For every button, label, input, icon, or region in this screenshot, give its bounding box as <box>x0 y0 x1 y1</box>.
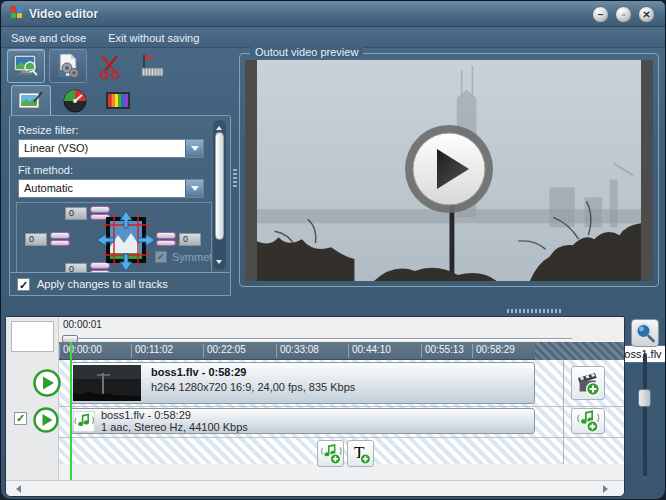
chevron-down-icon[interactable] <box>185 140 203 157</box>
symmetric-label: Symmetric <box>172 251 212 263</box>
ruler-tick: 00:22:05 <box>203 344 246 358</box>
preview-group-title: Outout video preview <box>250 46 363 58</box>
scissors-icon <box>96 52 124 80</box>
add-audio-row-icon <box>320 443 342 465</box>
close-button[interactable]: ✕ <box>638 6 655 23</box>
add-audio-track-icon <box>576 409 600 433</box>
chapter-flag-icon <box>137 52 167 80</box>
vertical-splitter[interactable] <box>233 169 237 189</box>
video-editor-window: Video editor – ▫ ✕ Save and close Exit w… <box>0 0 666 500</box>
track-header-column <box>6 317 59 480</box>
timeline-panel: 00:00:01 00:00:00 00:11:02 00:22:05 00:3… <box>5 316 625 497</box>
crop-controls: 0 0 0 0 <box>16 202 212 272</box>
encode-file-gears-icon <box>54 52 82 80</box>
tab-image-edit[interactable] <box>11 85 51 116</box>
tab-colors[interactable] <box>99 85 139 116</box>
gauge-icon <box>62 88 88 114</box>
scroll-up-icon[interactable] <box>216 123 222 130</box>
video-thumbnail <box>73 365 141 401</box>
tab-speed[interactable] <box>55 85 95 116</box>
symmetric-checkbox[interactable]: ✓ <box>155 251 167 263</box>
timeline-zoom-slider-thumb[interactable] <box>638 389 651 407</box>
app-icon <box>9 5 23 23</box>
apply-all-tracks-option[interactable]: ✓ Apply changes to all tracks <box>9 272 231 296</box>
tracks-area: boss1.flv - 0:58:29 h264 1280x720 16:9, … <box>59 360 625 480</box>
chapters-button[interactable] <box>133 49 171 83</box>
symmetric-option[interactable]: ✓ Symmetric <box>155 251 212 263</box>
play-button-overlay[interactable] <box>403 123 495 219</box>
audio-track-enabled-checkbox[interactable]: ✓ <box>14 412 27 425</box>
add-video-clip-button[interactable] <box>571 366 605 400</box>
audio-track-title: boss1.flv - 0:58:29 <box>101 409 191 421</box>
crop-right-input[interactable]: 0 <box>179 233 201 246</box>
video-track-bar[interactable]: boss1.flv - 0:58:29 h264 1280x720 16:9, … <box>70 362 535 404</box>
scroll-down-icon[interactable] <box>216 260 222 267</box>
color-bars-icon <box>105 90 133 112</box>
timeline-horizontal-scrollbar[interactable] <box>6 480 625 496</box>
menu-exit-without-saving[interactable]: Exit without saving <box>108 32 199 44</box>
track-header-box <box>11 321 54 352</box>
panel-scrollbar-thumb[interactable] <box>215 132 224 240</box>
video-track-details: h264 1280x720 16:9, 24,00 fps, 835 Kbps <box>151 381 355 393</box>
resize-filter-label: Resize filter: <box>18 124 79 136</box>
fit-method-select[interactable]: Automatic <box>18 179 204 198</box>
menu-save-and-close[interactable]: Save and close <box>11 32 86 44</box>
ruler-out-of-range <box>535 342 625 360</box>
ruler-tick: 00:11:02 <box>131 344 173 358</box>
add-text-row-icon: T <box>350 443 372 465</box>
crop-preview-thumbnail[interactable] <box>95 209 157 272</box>
fit-method-label: Fit method: <box>18 164 73 176</box>
scroll-left-icon[interactable] <box>12 485 21 493</box>
add-audio-row-button[interactable] <box>317 440 344 467</box>
edit-panel: Resize filter: Linear (VSO) Fit method: … <box>9 85 231 297</box>
scroll-right-icon[interactable] <box>603 485 612 493</box>
minimize-button[interactable]: – <box>592 6 609 23</box>
add-text-row-button[interactable]: T <box>347 440 374 467</box>
audio-track-details: 1 aac, Stereo Hz, 44100 Kbps <box>101 421 248 433</box>
playhead-line[interactable] <box>70 342 72 480</box>
panel-scrollbar[interactable] <box>213 120 226 270</box>
menu-bar: Save and close Exit without saving <box>1 28 665 48</box>
play-audio-track-button[interactable] <box>32 406 60 434</box>
time-ruler[interactable]: 00:00:00 00:11:02 00:22:05 00:33:08 00:4… <box>59 342 625 360</box>
play-video-track-button[interactable] <box>32 368 62 398</box>
maximize-button[interactable]: ▫ <box>615 6 632 23</box>
crop-left-stepper[interactable] <box>50 232 70 246</box>
add-audio-clip-button[interactable] <box>571 408 605 434</box>
encode-settings-button[interactable] <box>49 49 87 83</box>
ruler-tick: 00:55:13 <box>421 344 464 358</box>
horizontal-splitter[interactable] <box>507 309 563 313</box>
timeline-zoom-slider[interactable] <box>643 353 647 477</box>
output-preview-group: Outout video preview <box>239 53 659 287</box>
window-title: Video editor <box>29 7 98 21</box>
monitor-preview-icon <box>12 53 40 79</box>
image-edit-icon <box>18 90 44 112</box>
crop-bottom-input[interactable]: 0 <box>65 263 87 272</box>
music-note-icon <box>73 411 95 432</box>
ruler-tick-end: 00:58:29 <box>472 344 515 358</box>
preview-settings-button[interactable] <box>7 49 45 83</box>
chevron-down-icon[interactable] <box>185 180 203 197</box>
cut-button[interactable] <box>91 49 129 83</box>
add-video-track-icon <box>575 370 601 396</box>
ruler-tick: 00:00:00 <box>59 344 102 358</box>
play-icon <box>403 123 495 215</box>
video-frame <box>245 60 653 281</box>
audio-track-bar[interactable]: boss1.flv - 0:58:29 1 aac, Stereo Hz, 44… <box>70 408 535 434</box>
ruler-tick: 00:33:08 <box>276 344 319 358</box>
image-edit-body: Resize filter: Linear (VSO) Fit method: … <box>9 115 231 273</box>
timeline-zoom-button[interactable] <box>631 319 659 347</box>
apply-all-tracks-checkbox[interactable]: ✓ <box>17 278 30 291</box>
video-track-title: boss1.flv - 0:58:29 <box>151 366 246 378</box>
crop-left-input[interactable]: 0 <box>25 233 47 246</box>
crop-right-stepper[interactable] <box>156 232 176 246</box>
playhead-position-label: 00:00:01 <box>63 319 102 330</box>
magnifier-icon <box>634 322 656 344</box>
resize-filter-select[interactable]: Linear (VSO) <box>18 139 204 158</box>
apply-all-tracks-label: Apply changes to all tracks <box>37 278 168 290</box>
title-bar[interactable]: Video editor – ▫ ✕ <box>1 1 665 27</box>
ruler-tick: 00:44:10 <box>348 344 391 358</box>
crop-top-input[interactable]: 0 <box>65 207 87 220</box>
toolbar <box>7 49 171 83</box>
